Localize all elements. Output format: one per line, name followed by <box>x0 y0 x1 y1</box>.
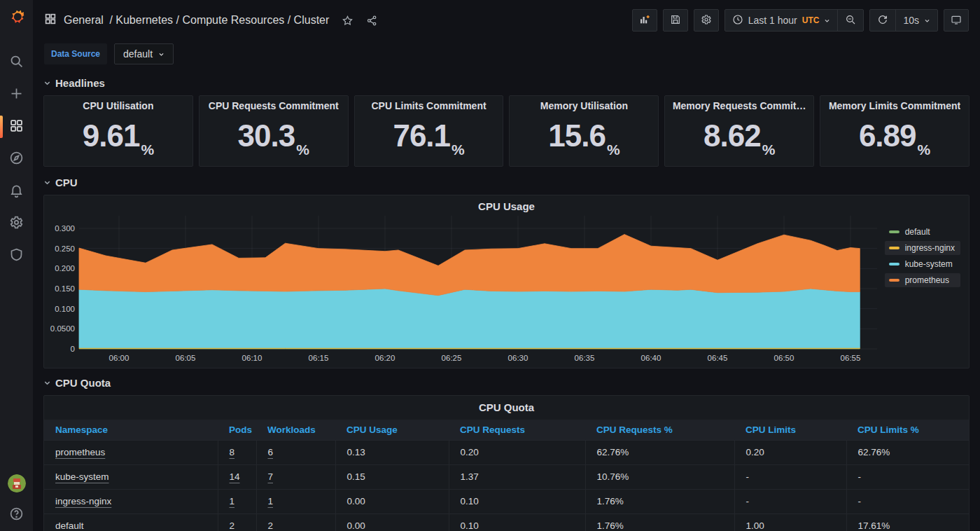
sidebar-item-server-admin[interactable] <box>0 240 33 272</box>
sidebar-item-configuration[interactable] <box>0 207 33 240</box>
sidebar-item-explore[interactable] <box>0 143 33 175</box>
alerting-bell-icon <box>9 183 24 200</box>
x-axis-tick: 06:20 <box>375 354 396 362</box>
y-axis-tick: 0.100 <box>55 305 75 313</box>
chevron-down-icon <box>824 15 830 26</box>
tv-mode-icon <box>951 14 962 27</box>
table-cell-link[interactable]: 1 <box>256 489 335 513</box>
stat-value: 9.61% <box>83 111 154 166</box>
y-axis-tick: 0.250 <box>55 244 75 253</box>
table-cell-link[interactable]: ingress-nginx <box>44 489 218 513</box>
stat-panel-title[interactable]: Memory Utilisation <box>540 100 628 111</box>
search-icon <box>9 54 24 71</box>
legend-item-prometheus[interactable]: prometheus <box>885 273 960 287</box>
table-cell-link[interactable]: kube-system <box>44 464 218 489</box>
legend-item-default[interactable]: default <box>885 225 960 239</box>
table-cell-link[interactable]: 7 <box>256 464 335 489</box>
stat-panel-title[interactable]: CPU Limits Commitment <box>372 100 486 111</box>
row-cpu-quota[interactable]: CPU Quota <box>43 377 969 389</box>
stat-panel-title[interactable]: CPU Utilisation <box>83 100 153 111</box>
top-navbar: General / Kubernetes / Compute Resources… <box>33 0 980 41</box>
datasource-picker[interactable]: default <box>114 43 174 64</box>
table-row: kube-system1470.151.3710.76%-- <box>44 464 969 489</box>
column-header[interactable]: Namespace <box>44 420 218 440</box>
chevron-down-icon <box>43 379 51 387</box>
chevron-down-icon <box>924 15 930 26</box>
sidebar-item-search[interactable] <box>0 46 33 78</box>
stat-panel-title[interactable]: Memory Limits Commitment <box>829 100 960 111</box>
panel-title[interactable]: CPU Quota <box>44 396 969 420</box>
refresh-group: 10s <box>869 9 938 32</box>
sidebar-item-alerting[interactable] <box>0 175 33 207</box>
legend-item-ingress-nginx[interactable]: ingress-nginx <box>885 241 960 255</box>
grafana-logo[interactable] <box>7 7 27 27</box>
column-header[interactable]: Pods <box>218 420 256 440</box>
legend-item-kube-system[interactable]: kube-system <box>885 257 960 271</box>
table-cell: - <box>734 464 846 489</box>
stats-row: CPU Utilisation9.61%CPU Requests Commitm… <box>43 95 969 167</box>
stat-panel-title[interactable]: CPU Requests Commitment <box>209 100 339 111</box>
table-cell-link[interactable]: prometheus <box>44 440 218 464</box>
refresh-interval-label: 10s <box>903 15 919 26</box>
cpu-usage-chart[interactable]: 00.05000.1000.1500.2000.2500.30006:0006:… <box>44 195 969 368</box>
datasource-label: Data Source <box>44 43 107 64</box>
star-icon[interactable] <box>342 15 354 27</box>
dashboard-toolbar: Last 1 hour UTC 10s <box>632 9 969 32</box>
stat-value: 15.6% <box>548 111 620 166</box>
column-header[interactable]: CPU Usage <box>335 420 449 440</box>
datasource-value: default <box>123 48 153 60</box>
table-cell-link[interactable]: 6 <box>256 440 335 464</box>
stat-panel-title[interactable]: Memory Requests Commit… <box>673 100 806 111</box>
dashboard-settings-button[interactable] <box>694 9 719 32</box>
tv-mode-button[interactable] <box>944 9 969 32</box>
timezone-label: UTC <box>802 15 820 25</box>
row-cpu[interactable]: CPU <box>43 177 969 188</box>
column-header[interactable]: CPU Limits % <box>846 420 969 440</box>
stat-panel: CPU Limits Commitment76.1% <box>354 95 504 167</box>
add-panel-button[interactable] <box>632 9 657 32</box>
share-icon[interactable] <box>366 15 378 27</box>
table-cell: 1.37 <box>449 464 585 489</box>
user-avatar[interactable] <box>8 474 26 492</box>
table-cell-link[interactable]: default <box>44 513 218 531</box>
table-cell-link[interactable]: 1 <box>218 489 256 513</box>
column-header[interactable]: Workloads <box>256 420 335 440</box>
column-header[interactable]: CPU Requests <box>449 420 585 440</box>
clock-icon <box>732 14 743 27</box>
x-axis-tick: 06:00 <box>109 354 130 362</box>
table-cell: 62.76% <box>846 440 969 464</box>
cpu-quota-table: NamespacePodsWorkloadsCPU UsageCPU Reque… <box>44 420 969 531</box>
stat-value: 6.89% <box>859 111 930 166</box>
table-cell: 62.76% <box>585 440 734 464</box>
x-axis-tick: 06:30 <box>508 354 528 362</box>
table-cell: 1.76% <box>585 489 734 513</box>
refresh-interval-picker[interactable]: 10s <box>895 10 937 31</box>
settings-gear-icon <box>9 215 24 233</box>
sidebar-item-create[interactable] <box>0 78 33 111</box>
column-header[interactable]: CPU Limits <box>734 420 846 440</box>
row-headlines[interactable]: Headlines <box>43 77 969 89</box>
stat-value: 30.3% <box>238 111 309 166</box>
column-header[interactable]: CPU Requests % <box>585 420 734 440</box>
sidebar-item-help[interactable] <box>0 506 33 524</box>
time-range-picker[interactable]: Last 1 hour UTC <box>725 10 838 31</box>
stat-panel: CPU Utilisation9.61% <box>43 95 193 167</box>
save-dashboard-button[interactable] <box>663 9 688 32</box>
stat-panel: Memory Limits Commitment6.89% <box>820 95 969 167</box>
table-row: prometheus860.130.2062.76%0.2062.76% <box>44 440 969 464</box>
table-cell: 0.10 <box>449 489 585 513</box>
table-cell-link[interactable]: 14 <box>218 464 256 489</box>
cpu-usage-panel: CPU Usage 00.05000.1000.1500.2000.2500.3… <box>43 195 969 368</box>
table-cell-link[interactable]: 2 <box>256 513 335 531</box>
table-cell-link[interactable]: 2 <box>218 513 256 531</box>
table-cell: 1.00 <box>734 513 846 531</box>
table-cell-link[interactable]: 8 <box>218 440 256 464</box>
time-picker-group: Last 1 hour UTC <box>724 9 864 32</box>
zoom-out-button[interactable] <box>837 10 863 31</box>
refresh-button[interactable] <box>870 10 895 31</box>
y-axis-tick: 0.0500 <box>50 324 75 333</box>
sidebar-item-dashboards[interactable] <box>0 111 33 143</box>
table-row: ingress-nginx110.000.101.76%-- <box>44 489 969 513</box>
table-cell: - <box>846 464 969 489</box>
breadcrumb[interactable]: General / Kubernetes / Compute Resources… <box>64 14 329 27</box>
